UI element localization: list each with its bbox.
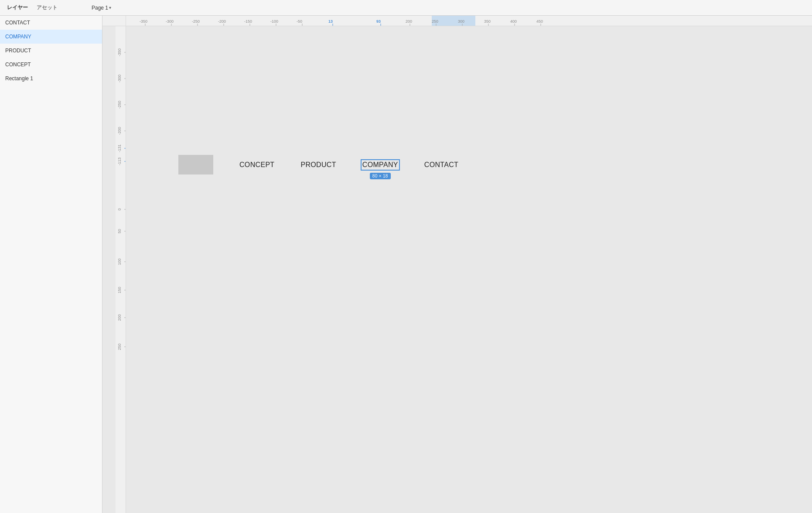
ruler-left-svg: -350 -300 -250 -200 -131 -113 0 50 100 1… <box>116 26 126 513</box>
svg-text:-300: -300 <box>166 19 174 24</box>
sidebar-item-rectangle1-label: Rectangle 1 <box>5 75 33 82</box>
svg-text:450: 450 <box>536 19 543 24</box>
nav-item-company[interactable]: COMPANY 80 × 18 <box>362 161 398 169</box>
svg-text:200: 200 <box>117 314 122 321</box>
svg-text:0: 0 <box>117 208 122 210</box>
svg-text:200: 200 <box>406 19 412 24</box>
svg-text:250: 250 <box>117 343 122 350</box>
assets-tab[interactable]: アセット <box>34 2 60 13</box>
svg-text:-200: -200 <box>218 19 226 24</box>
nav-bar: CONCEPT PRODUCT COMPANY 80 × 18 CONTACT <box>178 155 458 174</box>
svg-text:150: 150 <box>117 287 122 293</box>
logo-placeholder[interactable] <box>178 155 213 174</box>
sidebar-item-product-label: PRODUCT <box>5 48 31 54</box>
ruler-left: -350 -300 -250 -200 -131 -113 0 50 100 1… <box>116 26 126 513</box>
svg-text:-350: -350 <box>117 48 122 56</box>
svg-text:93: 93 <box>376 19 381 24</box>
sidebar-item-contact[interactable]: CONTACT <box>0 16 102 30</box>
svg-text:-150: -150 <box>244 19 252 24</box>
sidebar-item-company-label: COMPANY <box>5 34 31 40</box>
ruler-top: -400 -350 -300 -250 -200 -150 -100 -50 <box>116 16 812 26</box>
page-chevron-icon: ▾ <box>109 5 111 10</box>
svg-text:-250: -250 <box>117 101 122 109</box>
svg-text:100: 100 <box>117 258 122 265</box>
ruler-corner <box>102 16 126 26</box>
svg-text:-131: -131 <box>117 144 122 152</box>
svg-text:13: 13 <box>328 19 333 24</box>
sidebar-item-rectangle1[interactable]: Rectangle 1 <box>0 72 102 86</box>
sidebar-item-concept[interactable]: CONCEPT <box>0 58 102 72</box>
svg-text:-113: -113 <box>117 157 122 165</box>
svg-text:-300: -300 <box>117 75 122 82</box>
top-bar: レイヤー アセット Page 1 ▾ <box>0 0 812 16</box>
page-label: Page 1 <box>92 5 108 11</box>
svg-text:250: 250 <box>432 19 438 24</box>
svg-text:350: 350 <box>484 19 491 24</box>
svg-text:-250: -250 <box>192 19 200 24</box>
svg-text:-200: -200 <box>117 127 122 135</box>
nav-item-product[interactable]: PRODUCT <box>300 161 336 169</box>
sidebar-item-product[interactable]: PRODUCT <box>0 44 102 58</box>
sidebar-item-company[interactable]: COMPANY <box>0 30 102 44</box>
sidebar-item-contact-label: CONTACT <box>5 20 30 26</box>
sidebar: CONTACT COMPANY PRODUCT CONCEPT Rectangl… <box>0 16 102 513</box>
page-selector[interactable]: Page 1 ▾ <box>92 5 111 11</box>
size-badge: 80 × 18 <box>370 173 391 179</box>
sidebar-item-concept-label: CONCEPT <box>5 62 31 68</box>
svg-text:400: 400 <box>510 19 517 24</box>
nav-item-contact[interactable]: CONTACT <box>424 161 458 169</box>
canvas-area: CONCEPT PRODUCT COMPANY 80 × 18 CONTACT <box>126 26 812 513</box>
ruler-top-svg: -400 -350 -300 -250 -200 -150 -100 -50 <box>116 16 812 26</box>
layers-tab[interactable]: レイヤー <box>4 2 31 13</box>
svg-text:300: 300 <box>458 19 464 24</box>
nav-item-concept[interactable]: CONCEPT <box>239 161 274 169</box>
top-bar-left: レイヤー アセット Page 1 ▾ <box>0 2 116 13</box>
svg-text:-350: -350 <box>140 19 147 24</box>
svg-text:-100: -100 <box>270 19 278 24</box>
svg-text:-50: -50 <box>297 19 302 24</box>
svg-text:50: 50 <box>117 229 122 233</box>
